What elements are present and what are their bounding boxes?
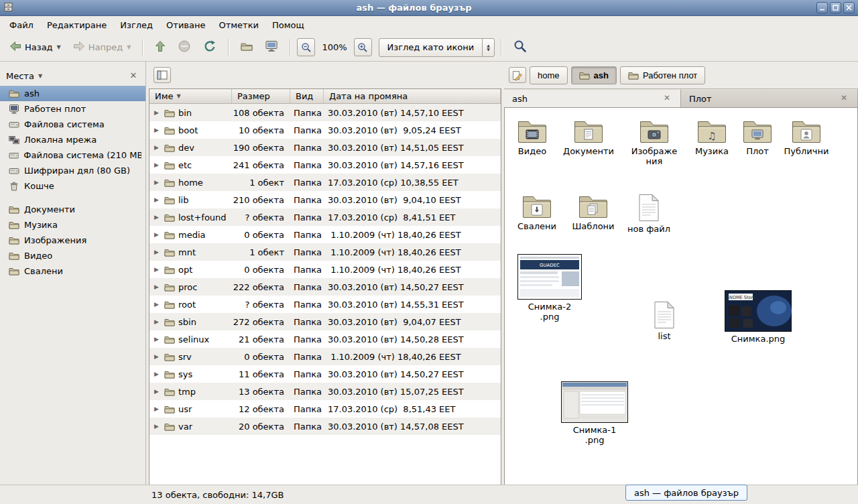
expander-icon[interactable]: ▶: [152, 284, 161, 290]
tree-row[interactable]: ▶mnt 1 обект Папка 1.10.2009 (чт) 18,40,…: [149, 243, 501, 261]
folder-icon: [9, 204, 19, 214]
tree-row[interactable]: ▶sbin 272 обекта Папка 30.03.2010 (вт) 9…: [149, 313, 501, 330]
home-button[interactable]: [235, 38, 258, 57]
tree-row[interactable]: ▶tmp 13 обекта Папка 30.03.2010 (вт) 15,…: [149, 383, 501, 400]
forward-button[interactable]: Напред ▼: [68, 38, 137, 57]
tree-row[interactable]: ▶srv 0 обекта Папка 1.10.2009 (чт) 18,40…: [149, 348, 501, 365]
expander-icon[interactable]: ▶: [152, 214, 161, 220]
expander-icon[interactable]: ▶: [152, 109, 161, 116]
sidebar-item[interactable]: Файлова система: [0, 117, 145, 132]
file-icon-item[interactable]: Снимка-1.png: [554, 381, 635, 445]
reload-button[interactable]: [198, 36, 222, 58]
sidebar-item[interactable]: Музика: [0, 217, 145, 233]
file-icon-item[interactable]: Публични: [766, 117, 847, 156]
expander-icon[interactable]: ▶: [152, 127, 161, 133]
tree-row[interactable]: ▶opt 0 обекта Папка 1.10.2009 (чт) 18,40…: [149, 261, 501, 278]
column-header[interactable]: Име ▼: [149, 89, 232, 103]
tab[interactable]: ash ✕: [504, 89, 681, 107]
menu-file[interactable]: Файл: [3, 17, 40, 33]
sidebar-close-button[interactable]: ✕: [127, 70, 139, 82]
sort-arrow-icon: ▼: [177, 93, 181, 99]
tree-row[interactable]: ▶selinux 21 обекта Папка 30.03.2010 (вт)…: [149, 330, 501, 348]
column-header[interactable]: Размер: [232, 89, 290, 103]
tree-row[interactable]: ▶lib 210 обекта Папка 30.03.2010 (вт) 9,…: [149, 191, 501, 208]
expander-icon[interactable]: ▶: [152, 144, 161, 151]
zoom-in-button[interactable]: [354, 38, 372, 56]
sidebar-item[interactable]: Изображения: [0, 233, 145, 248]
tree-row[interactable]: ▶dev 190 обекта Папка 30.03.2010 (вт) 14…: [149, 139, 501, 156]
column-header[interactable]: Вид: [290, 89, 324, 103]
tab-close-icon[interactable]: ✕: [662, 93, 672, 104]
sidebar-item[interactable]: Видео: [0, 248, 145, 263]
back-dropdown-icon[interactable]: ▼: [57, 44, 61, 50]
search-button[interactable]: [508, 36, 532, 58]
menu-help[interactable]: Помощ: [265, 17, 311, 33]
zoom-out-button[interactable]: [297, 38, 315, 56]
titlebar[interactable]: ash — файлов браузър: [0, 0, 858, 16]
view-mode-select[interactable]: Изглед като икони ▲▼: [379, 38, 495, 57]
expander-icon[interactable]: ▶: [152, 179, 161, 186]
expander-icon[interactable]: ▶: [152, 388, 161, 395]
sidebar-mode-select[interactable]: Места ▼: [6, 71, 127, 81]
tree-row[interactable]: ▶bin 108 обекта Папка 30.03.2010 (вт) 14…: [149, 104, 501, 121]
expander-icon[interactable]: ▶: [152, 162, 161, 168]
sidebar-item[interactable]: ash: [0, 86, 145, 101]
menu-view[interactable]: Изглед: [113, 17, 160, 33]
sidebar-item[interactable]: Свалени: [0, 263, 145, 279]
sidebar-item[interactable]: Локална мрежа: [0, 132, 145, 147]
tree-row[interactable]: ▶home 1 обект Папка 17.03.2010 (ср) 10,3…: [149, 174, 501, 191]
path-button[interactable]: home: [530, 66, 568, 84]
tree-row[interactable]: ▶etc 241 обекта Папка 30.03.2010 (вт) 14…: [149, 156, 501, 174]
sidebar-item[interactable]: Кошче: [0, 178, 145, 194]
expander-icon[interactable]: ▶: [152, 266, 161, 273]
expander-icon[interactable]: ▶: [152, 353, 161, 360]
file-icon-item[interactable]: нов файл: [609, 194, 689, 234]
tab[interactable]: Плот ✕: [681, 89, 858, 107]
pane-view-button[interactable]: [154, 67, 171, 83]
file-icon-item[interactable]: GNOME Store Снимка.png: [718, 290, 798, 344]
computer-button[interactable]: [259, 37, 284, 58]
row-name: home: [178, 178, 203, 188]
location-toggle-button[interactable]: [509, 67, 526, 83]
tree-row[interactable]: ▶proc 222 обекта Папка 30.03.2010 (вт) 1…: [149, 278, 501, 296]
tree-row[interactable]: ▶var 20 обекта Папка 30.03.2010 (вт) 14,…: [149, 418, 501, 435]
menu-bookmarks[interactable]: Отметки: [212, 17, 265, 33]
expander-icon[interactable]: ▶: [152, 336, 161, 342]
combo-spin-icon[interactable]: ▲▼: [482, 39, 494, 56]
expander-icon[interactable]: ▶: [152, 249, 161, 255]
column-header[interactable]: Дата на промяна: [324, 89, 501, 103]
sidebar-item[interactable]: Документи: [0, 202, 145, 217]
expander-icon[interactable]: ▶: [152, 196, 161, 203]
tree-row[interactable]: ▶boot 10 обекта Папка 30.03.2010 (вт) 9,…: [149, 121, 501, 139]
tree-row[interactable]: ▶root ? обекта Папка 30.03.2010 (вт) 14,…: [149, 296, 501, 313]
minimize-button[interactable]: [816, 2, 828, 13]
maximize-button[interactable]: [830, 2, 841, 13]
expander-icon[interactable]: ▶: [152, 301, 161, 308]
path-button[interactable]: ash: [571, 66, 617, 84]
menu-edit[interactable]: Редактиране: [40, 17, 113, 33]
file-icon-item[interactable]: GUADEC Снимка-2.png: [509, 254, 590, 322]
tree-row[interactable]: ▶usr 12 обекта Папка 17.03.2010 (ср) 8,5…: [149, 400, 501, 418]
menu-go[interactable]: Отиване: [160, 17, 212, 33]
expander-icon[interactable]: ▶: [152, 318, 161, 325]
tab-close-icon[interactable]: ✕: [839, 93, 849, 104]
taskbar-window-button[interactable]: ash — файлов браузър: [625, 485, 747, 501]
close-button[interactable]: [843, 2, 855, 13]
sidebar-item[interactable]: Работен плот: [0, 101, 145, 117]
expander-icon[interactable]: ▶: [152, 231, 161, 238]
tree-row[interactable]: ▶sys 11 обекта Папка 30.03.2010 (вт) 14,…: [149, 365, 501, 383]
sidebar-item[interactable]: Файлова система (210 MB): [0, 147, 145, 163]
up-button[interactable]: [149, 37, 171, 58]
sidebar-item[interactable]: Шифриран дял (80 GB): [0, 163, 145, 178]
expander-icon[interactable]: ▶: [152, 423, 161, 430]
expander-icon[interactable]: ▶: [152, 371, 161, 377]
path-button[interactable]: Работен плот: [620, 66, 705, 84]
tree-row[interactable]: ▶lost+found ? обекта Папка 17.03.2010 (с…: [149, 208, 501, 226]
tree-row[interactable]: ▶media 0 обекта Папка 1.10.2009 (чт) 18,…: [149, 226, 501, 243]
back-button[interactable]: Назад ▼: [4, 38, 66, 57]
file-icon-item[interactable]: list: [624, 301, 704, 341]
stop-icon: [178, 40, 191, 55]
icon-view[interactable]: Видео Документи Изображения ♫ Музика Пло…: [504, 107, 858, 485]
row-name: root: [178, 300, 196, 310]
expander-icon[interactable]: ▶: [152, 405, 161, 412]
